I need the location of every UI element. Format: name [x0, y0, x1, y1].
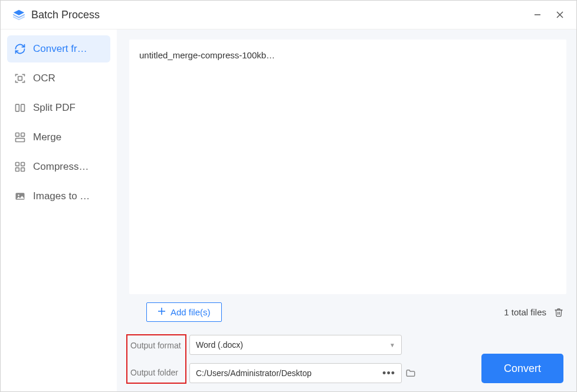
svg-rect-13 — [21, 168, 25, 172]
sidebar-item-convert-from[interactable]: Convert fr… — [7, 35, 110, 62]
sidebar-item-label: Compress… — [33, 161, 88, 173]
add-files-label: Add file(s) — [171, 307, 211, 317]
svg-rect-4 — [18, 77, 22, 81]
output-area: Output format Output folder Word (.docx)… — [129, 322, 566, 383]
merge-icon — [14, 131, 26, 143]
split-icon — [14, 102, 26, 114]
title-bar: Batch Process — [1, 1, 576, 29]
file-list-footer: Add file(s) 1 total files — [129, 294, 566, 322]
delete-button[interactable] — [553, 307, 564, 318]
add-files-button[interactable]: Add file(s) — [146, 302, 222, 322]
sidebar-item-split-pdf[interactable]: Split PDF — [7, 94, 110, 121]
app-window: Batch Process — [0, 0, 577, 392]
file-item[interactable]: untitled_merge-compress-100kb… — [139, 50, 556, 60]
output-format-value: Word (.docx) — [196, 340, 243, 350]
output-format-select[interactable]: Word (.docx) ▼ — [189, 335, 402, 355]
compress-icon — [14, 161, 26, 173]
browse-folder-button[interactable] — [404, 367, 417, 380]
sidebar-item-images-to[interactable]: Images to … — [7, 183, 110, 210]
output-format-row: Output format Output folder Word (.docx)… — [129, 335, 417, 383]
output-labels-highlight: Output format Output folder — [126, 334, 186, 384]
close-button[interactable] — [554, 9, 566, 21]
svg-rect-5 — [16, 104, 19, 111]
output-folder-label: Output folder — [129, 368, 181, 377]
output-format-label: Output format — [129, 341, 181, 350]
output-fields: Output format Output folder Word (.docx)… — [129, 335, 417, 383]
sidebar-item-label: Merge — [33, 131, 61, 143]
window-title: Batch Process — [31, 9, 532, 21]
window-controls — [532, 9, 566, 21]
output-folder-input[interactable] — [196, 364, 380, 383]
svg-rect-6 — [21, 104, 25, 111]
ocr-icon — [14, 73, 26, 84]
convert-label: Convert — [504, 363, 541, 375]
file-list: untitled_merge-compress-100kb… — [129, 39, 566, 294]
convert-button[interactable]: Convert — [481, 354, 563, 383]
chevron-down-icon: ▼ — [389, 342, 395, 348]
sidebar: Convert fr… OCR Split — [1, 29, 117, 391]
refresh-icon — [14, 43, 26, 55]
svg-marker-0 — [14, 10, 24, 15]
layers-icon — [12, 8, 25, 21]
sidebar-item-ocr[interactable]: OCR — [7, 65, 110, 92]
svg-rect-9 — [16, 139, 25, 142]
plus-icon — [158, 307, 166, 317]
svg-rect-7 — [16, 133, 19, 137]
sidebar-item-label: OCR — [33, 73, 55, 84]
output-folder-box: ••• — [189, 363, 402, 383]
main-panel: untitled_merge-compress-100kb… Add file(… — [117, 29, 576, 391]
file-list-area: untitled_merge-compress-100kb… Add file(… — [129, 39, 566, 322]
image-icon — [14, 190, 26, 202]
file-count-label: 1 total files — [504, 307, 546, 317]
more-button[interactable]: ••• — [380, 368, 398, 378]
svg-point-15 — [18, 195, 19, 196]
sidebar-item-compress[interactable]: Compress… — [7, 153, 110, 180]
minimize-button[interactable] — [532, 9, 543, 21]
svg-rect-8 — [21, 133, 25, 137]
sidebar-item-label: Images to … — [33, 190, 90, 202]
sidebar-item-merge[interactable]: Merge — [7, 124, 110, 151]
content-area: Convert fr… OCR Split — [1, 29, 576, 391]
svg-rect-11 — [21, 163, 25, 166]
svg-rect-12 — [16, 168, 19, 172]
sidebar-item-label: Convert fr… — [33, 43, 87, 55]
svg-rect-10 — [16, 163, 19, 166]
sidebar-item-label: Split PDF — [33, 102, 76, 114]
